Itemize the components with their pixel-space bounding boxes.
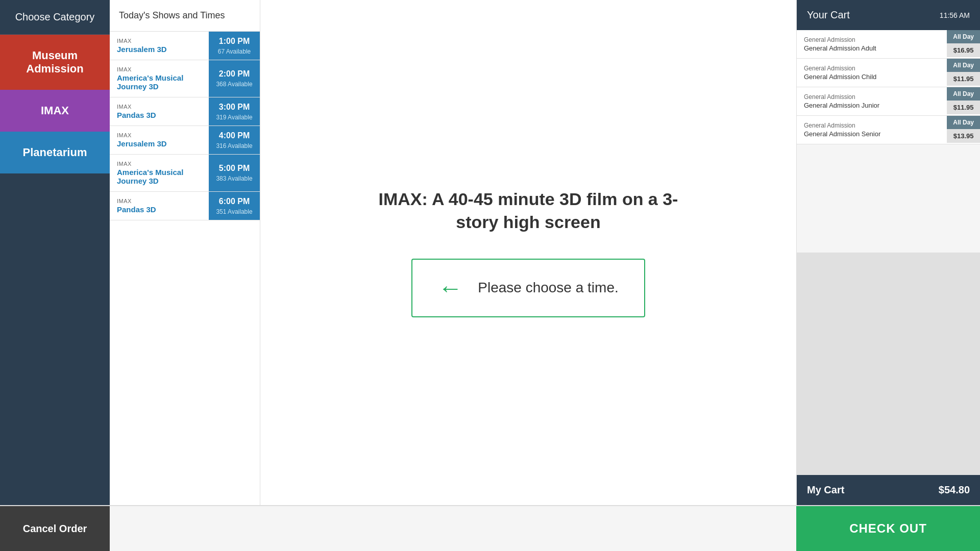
cart-item-right: All Day $11.95: [947, 59, 980, 87]
cart-empty-space: [797, 253, 980, 475]
show-time: 3:00 PM: [219, 103, 250, 112]
show-time: 2:00 PM: [219, 69, 250, 79]
shows-list: IMAX Jerusalem 3D 1:00 PM 67 Available I…: [110, 32, 260, 505]
show-info: IMAX Jerusalem 3D: [110, 126, 209, 154]
cart-item-badge: All Day: [947, 59, 980, 72]
show-item[interactable]: IMAX America's Musical Journey 3D 2:00 P…: [110, 60, 260, 97]
show-time-block: 2:00 PM 368 Available: [209, 60, 260, 97]
choose-time-box: ← Please choose a time.: [411, 259, 645, 317]
show-time-block: 3:00 PM 319 Available: [209, 97, 260, 126]
cart-item-right: All Day $16.95: [947, 30, 980, 58]
shows-panel: Today's Shows and Times IMAX Jerusalem 3…: [110, 0, 260, 505]
show-type: IMAX: [117, 198, 202, 204]
show-time: 5:00 PM: [219, 164, 250, 173]
show-availability: 67 Available: [218, 48, 251, 55]
show-time: 1:00 PM: [219, 37, 250, 46]
sidebar: Choose Category Museum Admission IMAX Pl…: [0, 0, 110, 505]
cart-item-right: All Day $13.95: [947, 116, 980, 144]
cart-item-name: General Admission Child: [804, 73, 940, 81]
cart-item-badge: All Day: [947, 30, 980, 43]
shows-header: Today's Shows and Times: [110, 0, 260, 32]
cart-item-name: General Admission Junior: [804, 102, 940, 109]
show-availability: 319 Available: [216, 114, 252, 121]
cart-item-name: General Admission Senior: [804, 130, 940, 138]
sidebar-item-museum[interactable]: Museum Admission: [0, 35, 110, 90]
show-info: IMAX America's Musical Journey 3D: [110, 155, 209, 191]
cart-item-price: $13.95: [947, 129, 980, 143]
cart-header: Your Cart 11:56 AM: [797, 0, 980, 30]
cart-item-info: General Admission General Admission Seni…: [797, 116, 947, 144]
show-item[interactable]: IMAX Jerusalem 3D 1:00 PM 67 Available: [110, 32, 260, 60]
show-time: 6:00 PM: [219, 197, 250, 206]
cart-item-label: General Admission: [804, 65, 940, 72]
cart-item-price: $16.95: [947, 43, 980, 57]
cancel-order-button[interactable]: Cancel Order: [0, 506, 110, 551]
cart-panel: Your Cart 11:56 AM General Admission Gen…: [796, 0, 980, 505]
show-availability: 351 Available: [216, 208, 252, 215]
cart-footer: My Cart $54.80: [797, 475, 980, 505]
show-availability: 383 Available: [216, 175, 252, 182]
cart-footer-label: My Cart: [807, 484, 844, 496]
imax-description: IMAX: A 40-45 minute 3D film on a 3-stor…: [375, 188, 681, 233]
show-item[interactable]: IMAX Pandas 3D 3:00 PM 319 Available: [110, 97, 260, 126]
show-name: America's Musical Journey 3D: [117, 73, 202, 91]
show-type: IMAX: [117, 104, 202, 110]
cart-item-name: General Admission Adult: [804, 44, 940, 52]
left-arrow-icon: ←: [438, 274, 462, 302]
cart-item-price: $11.95: [947, 72, 980, 86]
show-time-block: 6:00 PM 351 Available: [209, 192, 260, 220]
sidebar-item-imax[interactable]: IMAX: [0, 90, 110, 132]
cart-items: General Admission General Admission Adul…: [797, 30, 980, 253]
cart-item-info: General Admission General Admission Chil…: [797, 59, 947, 87]
show-type: IMAX: [117, 161, 202, 167]
main-content: IMAX: A 40-45 minute 3D film on a 3-stor…: [260, 0, 796, 505]
show-name: Jerusalem 3D: [117, 45, 202, 54]
show-name: America's Musical Journey 3D: [117, 168, 202, 185]
sidebar-header: Choose Category: [0, 0, 110, 35]
cart-footer-total: $54.80: [939, 484, 970, 496]
sidebar-item-planetarium[interactable]: Planetarium: [0, 132, 110, 173]
show-name: Jerusalem 3D: [117, 139, 202, 148]
show-availability: 316 Available: [216, 142, 252, 149]
checkout-button[interactable]: CHECK OUT: [796, 506, 980, 551]
show-item[interactable]: IMAX Jerusalem 3D 4:00 PM 316 Available: [110, 126, 260, 155]
cart-item[interactable]: General Admission General Admission Juni…: [797, 87, 980, 116]
bottom-bar: Cancel Order CHECK OUT: [0, 505, 980, 551]
show-name: Pandas 3D: [117, 111, 202, 119]
show-info: IMAX Jerusalem 3D: [110, 32, 209, 60]
show-type: IMAX: [117, 66, 202, 72]
show-time-block: 4:00 PM 316 Available: [209, 126, 260, 154]
show-time-block: 5:00 PM 383 Available: [209, 155, 260, 191]
show-info: IMAX America's Musical Journey 3D: [110, 60, 209, 97]
show-type: IMAX: [117, 38, 202, 44]
show-item[interactable]: IMAX America's Musical Journey 3D 5:00 P…: [110, 155, 260, 192]
cart-item[interactable]: General Admission General Admission Seni…: [797, 116, 980, 144]
cart-item-info: General Admission General Admission Juni…: [797, 87, 947, 115]
cart-item[interactable]: General Admission General Admission Chil…: [797, 59, 980, 87]
show-time-block: 1:00 PM 67 Available: [209, 32, 260, 60]
cart-item-badge: All Day: [947, 87, 980, 101]
choose-time-text: Please choose a time.: [478, 280, 619, 296]
cart-item-label: General Admission: [804, 122, 940, 129]
cart-title: Your Cart: [807, 9, 850, 21]
bottom-spacer: [110, 506, 796, 551]
cart-item-label: General Admission: [804, 36, 940, 43]
show-info: IMAX Pandas 3D: [110, 192, 209, 220]
cart-item-right: All Day $11.95: [947, 87, 980, 115]
show-info: IMAX Pandas 3D: [110, 97, 209, 126]
cart-item-badge: All Day: [947, 116, 980, 129]
cart-item-info: General Admission General Admission Adul…: [797, 30, 947, 58]
show-availability: 368 Available: [216, 81, 252, 88]
show-item[interactable]: IMAX Pandas 3D 6:00 PM 351 Available: [110, 192, 260, 220]
cart-item-label: General Admission: [804, 93, 940, 101]
show-name: Pandas 3D: [117, 205, 202, 214]
cart-item[interactable]: General Admission General Admission Adul…: [797, 30, 980, 59]
show-type: IMAX: [117, 132, 202, 138]
cart-item-price: $11.95: [947, 101, 980, 114]
show-time: 4:00 PM: [219, 131, 250, 140]
cart-time: 11:56 AM: [940, 11, 970, 19]
